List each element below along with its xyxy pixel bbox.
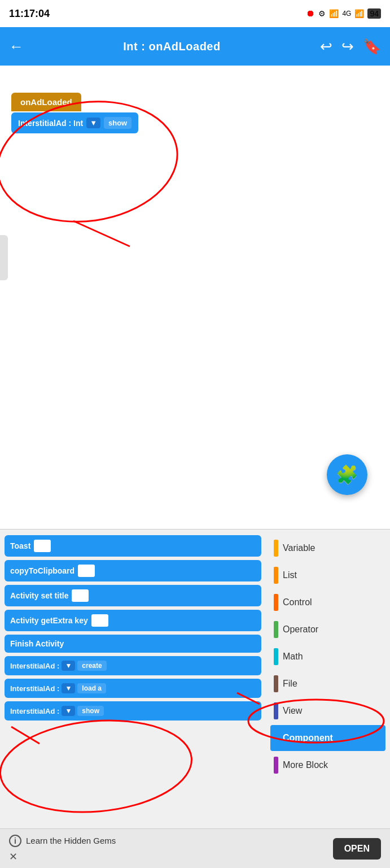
category-file[interactable]: File	[270, 671, 385, 697]
list-label: List	[283, 570, 297, 580]
block-copy-to-clipboard[interactable]: copyToClipboard	[5, 560, 261, 581]
sidebar-handle[interactable]	[0, 235, 8, 280]
file-dot	[274, 675, 278, 692]
load-dropdown-arrow: ▼	[65, 684, 72, 692]
file-label: File	[283, 679, 297, 689]
category-list[interactable]: List	[270, 562, 385, 588]
bottom-panel-wrapper: Toast copyToClipboard Activity set title…	[0, 529, 390, 828]
ad-open-button[interactable]: OPEN	[333, 838, 381, 860]
operator-label: Operator	[283, 624, 318, 635]
status-bar: 11:17:04 ⏺ ⚙ 📶 4G 📶 94	[0, 0, 390, 27]
extra-key-input-box[interactable]	[91, 614, 108, 627]
bookmark-button[interactable]: 🔖	[363, 38, 381, 55]
signal2-icon: 📶	[354, 9, 364, 18]
interstitial-load-dropdown[interactable]: ▼	[62, 683, 75, 693]
event-block-group[interactable]: onAdLoaded InterstitialAd : Int ▼ show	[11, 93, 138, 133]
lte-icon: 4G	[342, 10, 351, 18]
interstitial-load-label: InterstitialAd :	[10, 684, 59, 693]
canvas-annotation	[0, 66, 390, 529]
interstitial-show-label: InterstitialAd :	[10, 707, 59, 715]
block-interstitial-show[interactable]: InterstitialAd : ▼ show	[5, 701, 261, 721]
signal-icon: 📶	[329, 9, 339, 18]
bottom-panel: Toast copyToClipboard Activity set title…	[0, 529, 390, 828]
canvas-area: onAdLoaded InterstitialAd : Int ▼ show 🧩	[0, 66, 390, 529]
ad-close-button[interactable]: ✕	[9, 850, 116, 863]
copy-input-box[interactable]	[78, 565, 95, 577]
more-block-dot	[274, 757, 278, 774]
interstitial-create-label: InterstitialAd :	[10, 662, 59, 670]
dropdown-selector[interactable]: ▼	[86, 118, 100, 128]
category-math[interactable]: Math	[270, 644, 385, 670]
operator-dot	[274, 621, 278, 638]
top-bar: ← Int : onAdLoaded ↩ ↪ 🔖	[0, 27, 390, 66]
category-variable[interactable]: Variable	[270, 535, 385, 561]
action-block[interactable]: InterstitialAd : Int ▼ show	[11, 112, 138, 133]
block-activity-get-extra[interactable]: Activity getExtra key	[5, 610, 261, 631]
toast-input-box[interactable]	[34, 540, 51, 552]
ad-info-icon: i	[9, 835, 21, 847]
ad-banner-left: i Learn the Hidden Gems ✕	[9, 835, 116, 863]
category-more-block[interactable]: More Block	[270, 752, 385, 778]
block-finish-activity-label: Finish Activity	[10, 639, 64, 648]
block-interstitial-load[interactable]: InterstitialAd : ▼ load a	[5, 679, 261, 698]
control-label: Control	[283, 597, 312, 607]
show-action-label[interactable]: show	[104, 117, 132, 129]
battery-indicator: 94	[367, 8, 381, 19]
variable-label: Variable	[283, 543, 315, 553]
record-icon: ⏺	[306, 8, 315, 19]
control-dot	[274, 594, 278, 611]
load-action-label: load a	[77, 683, 106, 693]
show-action-label: show	[77, 706, 104, 716]
category-operator[interactable]: Operator	[270, 617, 385, 643]
page-title: Int : onAdLoaded	[33, 40, 311, 53]
ad-text: Learn the Hidden Gems	[26, 836, 116, 845]
blocks-list: Toast copyToClipboard Activity set title…	[0, 530, 266, 828]
status-time: 11:17:04	[9, 8, 50, 20]
block-toast[interactable]: Toast	[5, 535, 261, 557]
show-dropdown-arrow: ▼	[65, 707, 72, 715]
block-toast-label: Toast	[10, 541, 30, 550]
list-dot	[274, 567, 278, 584]
event-block-label[interactable]: onAdLoaded	[11, 93, 81, 111]
category-view[interactable]: View	[270, 698, 385, 724]
interstitial-show-dropdown[interactable]: ▼	[62, 706, 75, 716]
categories-list: Variable List Control Operator Math File	[266, 530, 390, 828]
fab-button[interactable]: 🧩	[327, 454, 367, 495]
settings-icon: ⚙	[318, 9, 326, 18]
view-dot	[274, 702, 278, 719]
undo-button[interactable]: ↩	[320, 38, 332, 55]
category-component[interactable]: Component	[270, 725, 385, 751]
component-dot	[274, 730, 278, 747]
block-finish-activity[interactable]: Finish Activity	[5, 635, 261, 653]
math-label: Math	[283, 652, 303, 662]
fab-puzzle-icon: 🧩	[336, 464, 358, 485]
variable-dot	[274, 540, 278, 557]
block-copy-label: copyToClipboard	[10, 566, 75, 575]
view-label: View	[283, 706, 302, 716]
more-block-label: More Block	[283, 760, 328, 770]
interstitial-create-dropdown[interactable]: ▼	[62, 661, 75, 671]
block-activity-get-extra-label: Activity getExtra key	[10, 616, 88, 625]
create-action-label: create	[77, 661, 106, 671]
category-control[interactable]: Control	[270, 589, 385, 615]
status-icons: ⏺ ⚙ 📶 4G 📶 94	[306, 8, 381, 19]
svg-line-1	[73, 221, 130, 246]
ad-banner: i Learn the Hidden Gems ✕ OPEN	[0, 828, 390, 868]
block-interstitial-create[interactable]: InterstitialAd : ▼ create	[5, 656, 261, 675]
redo-button[interactable]: ↪	[341, 38, 354, 55]
block-activity-set-title[interactable]: Activity set title	[5, 585, 261, 606]
activity-title-input-box[interactable]	[72, 589, 89, 602]
action-block-text: InterstitialAd : Int	[18, 119, 83, 128]
block-activity-set-title-label: Activity set title	[10, 591, 68, 600]
math-dot	[274, 648, 278, 665]
back-button[interactable]: ←	[9, 38, 24, 55]
dropdown-value: ▼	[90, 119, 97, 127]
component-label: Component	[283, 733, 333, 743]
create-dropdown-arrow: ▼	[65, 662, 72, 670]
